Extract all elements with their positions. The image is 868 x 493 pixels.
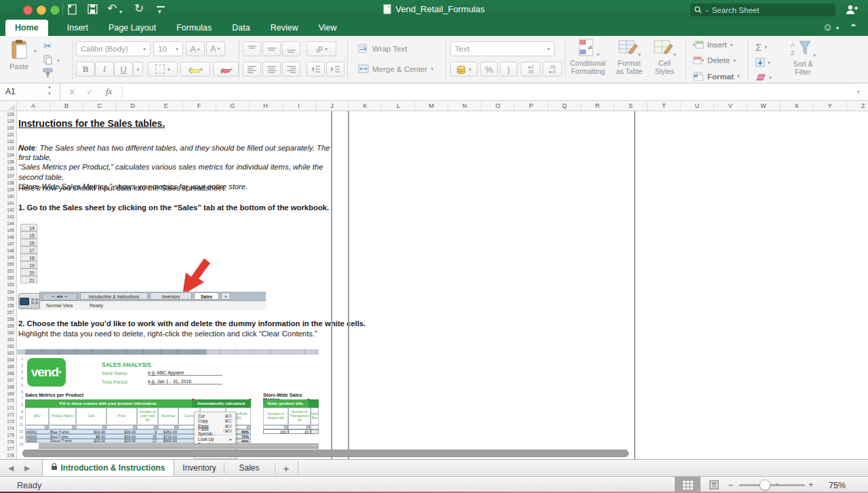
- collapse-ribbon-icon[interactable]: ⌃: [850, 22, 857, 33]
- row-header-137[interactable]: 137: [0, 173, 16, 180]
- row-header-152[interactable]: 152: [0, 275, 16, 281]
- orientation-button[interactable]: ab ▾: [307, 41, 336, 56]
- row-header-156[interactable]: 156: [0, 302, 16, 309]
- decrease-indent-button[interactable]: [307, 62, 325, 77]
- row-header-129[interactable]: 129: [0, 118, 16, 125]
- align-top-button[interactable]: [243, 41, 261, 56]
- row-header-140[interactable]: 140: [0, 193, 16, 200]
- tab-formulas[interactable]: Formulas: [175, 20, 213, 36]
- row-header-145[interactable]: 145: [0, 227, 16, 234]
- cell-styles-button[interactable]: ▾ Cell Styles: [648, 39, 681, 75]
- undo-dropdown-icon[interactable]: ▾: [119, 7, 122, 17]
- row-header-169[interactable]: 169: [0, 391, 16, 397]
- accounting-format-button[interactable]: ▾: [450, 62, 477, 77]
- row-header-134[interactable]: 134: [0, 152, 16, 159]
- shrink-font-button[interactable]: A▼: [206, 41, 225, 56]
- row-header-157[interactable]: 157: [0, 309, 16, 316]
- column-header-G[interactable]: G: [216, 102, 250, 111]
- format-as-table-button[interactable]: ▾ Format as Table: [612, 39, 647, 75]
- tab-view[interactable]: View: [317, 20, 338, 36]
- underline-dropdown-button[interactable]: ▾: [133, 62, 143, 77]
- row-headers[interactable]: 1281291301311321331341351361371381391401…: [0, 111, 17, 459]
- row-header-142[interactable]: 142: [0, 207, 16, 214]
- name-box[interactable]: A1 ▲ ▼: [0, 83, 60, 100]
- tab-page-layout[interactable]: Page Layout: [107, 20, 157, 36]
- redo-icon[interactable]: ↻: [134, 3, 144, 14]
- align-middle-button[interactable]: [262, 41, 281, 56]
- number-format-select[interactable]: Text▾: [450, 41, 555, 56]
- select-all-corner[interactable]: [0, 102, 17, 111]
- zoom-slider-thumb[interactable]: [760, 479, 770, 490]
- bold-button[interactable]: B: [76, 62, 95, 77]
- sheet-next-icon[interactable]: ▶: [24, 464, 30, 473]
- paste-button[interactable]: Paste: [5, 39, 33, 79]
- cut-icon[interactable]: ✂: [43, 40, 52, 52]
- row-header-147[interactable]: 147: [0, 241, 16, 248]
- zoom-in-icon[interactable]: +: [808, 479, 814, 490]
- paste-dropdown-icon[interactable]: ▾: [34, 48, 37, 54]
- column-header-H[interactable]: H: [250, 102, 283, 111]
- row-header-149[interactable]: 149: [0, 254, 16, 261]
- sheet-tab-inventory[interactable]: Inventory: [175, 460, 224, 476]
- column-header-D[interactable]: D: [117, 102, 150, 111]
- fill-color-button[interactable]: ▾: [180, 62, 210, 77]
- column-header-Y[interactable]: Y: [814, 102, 847, 111]
- horizontal-scrollbar-thumb[interactable]: [22, 450, 629, 457]
- confirm-entry-icon[interactable]: ✓: [86, 87, 94, 97]
- comma-style-button[interactable]: ): [500, 62, 517, 77]
- merge-center-button[interactable]: Merge & Center ▾: [358, 64, 433, 73]
- row-header-164[interactable]: 164: [0, 357, 16, 363]
- increase-decimal-button[interactable]: ◂.0 .00: [521, 62, 540, 77]
- row-header-178[interactable]: 178: [0, 452, 16, 459]
- row-header-136[interactable]: 136: [0, 165, 16, 172]
- row-header-172[interactable]: 172: [0, 412, 16, 418]
- minimize-window-button[interactable]: [37, 5, 46, 15]
- fill-button[interactable]: ▾: [755, 58, 770, 67]
- row-header-160[interactable]: 160: [0, 330, 16, 336]
- search-sheet-field[interactable]: ⌄ Search Sheet: [690, 3, 835, 16]
- copy-icon[interactable]: [43, 55, 53, 64]
- delete-cells-button[interactable]: × Delete ▾: [693, 56, 736, 64]
- row-header-161[interactable]: 161: [0, 336, 16, 343]
- column-header-N[interactable]: N: [448, 102, 481, 111]
- add-sheet-button[interactable]: +: [275, 460, 298, 476]
- row-header-175[interactable]: 175: [0, 432, 16, 439]
- row-header-131[interactable]: 131: [0, 132, 16, 138]
- column-header-W[interactable]: W: [747, 102, 781, 111]
- name-box-spin-up-icon[interactable]: ▲: [47, 85, 52, 89]
- copy-dropdown-icon[interactable]: ▾: [57, 58, 60, 64]
- column-header-A[interactable]: A: [17, 102, 50, 111]
- row-header-138[interactable]: 138: [0, 180, 16, 186]
- page-layout-view-button[interactable]: [704, 477, 724, 493]
- borders-button[interactable]: ▾: [148, 62, 178, 77]
- row-header-133[interactable]: 133: [0, 145, 16, 152]
- column-header-P[interactable]: P: [515, 102, 548, 111]
- row-header-141[interactable]: 141: [0, 200, 16, 207]
- conditional-formatting-button[interactable]: ≠▾ Conditional Formatting: [568, 39, 608, 75]
- insert-function-icon[interactable]: fx: [106, 86, 112, 97]
- sheet-prev-icon[interactable]: ◀: [8, 464, 14, 473]
- row-header-128[interactable]: 128: [0, 111, 16, 118]
- column-header-V[interactable]: V: [714, 102, 747, 111]
- tab-insert[interactable]: Insert: [66, 20, 90, 36]
- zoom-window-button[interactable]: [50, 5, 60, 15]
- row-header-144[interactable]: 144: [0, 220, 16, 227]
- font-name-select[interactable]: Calibri (Body)▾: [76, 41, 151, 56]
- row-header-154[interactable]: 154: [0, 289, 16, 296]
- row-header-176[interactable]: 176: [0, 439, 16, 446]
- row-header-150[interactable]: 150: [0, 261, 16, 268]
- increase-indent-button[interactable]: [326, 62, 344, 77]
- row-header-132[interactable]: 132: [0, 138, 16, 145]
- row-header-151[interactable]: 151: [0, 268, 16, 275]
- row-header-168[interactable]: 168: [0, 384, 16, 391]
- row-header-174[interactable]: 174: [0, 425, 16, 432]
- format-painter-icon[interactable]: [43, 68, 54, 78]
- formula-bar-expand-icon[interactable]: ▾: [857, 89, 860, 95]
- row-header-146[interactable]: 146: [0, 234, 16, 241]
- sheet-grid[interactable]: 1281291301311321331341351361371381391401…: [0, 111, 868, 459]
- row-header-162[interactable]: 162: [0, 343, 16, 350]
- column-header-X[interactable]: X: [781, 102, 814, 111]
- normal-view-button[interactable]: [675, 477, 701, 493]
- column-header-S[interactable]: S: [614, 102, 648, 111]
- decrease-decimal-button[interactable]: .00 ▸.0: [542, 62, 562, 77]
